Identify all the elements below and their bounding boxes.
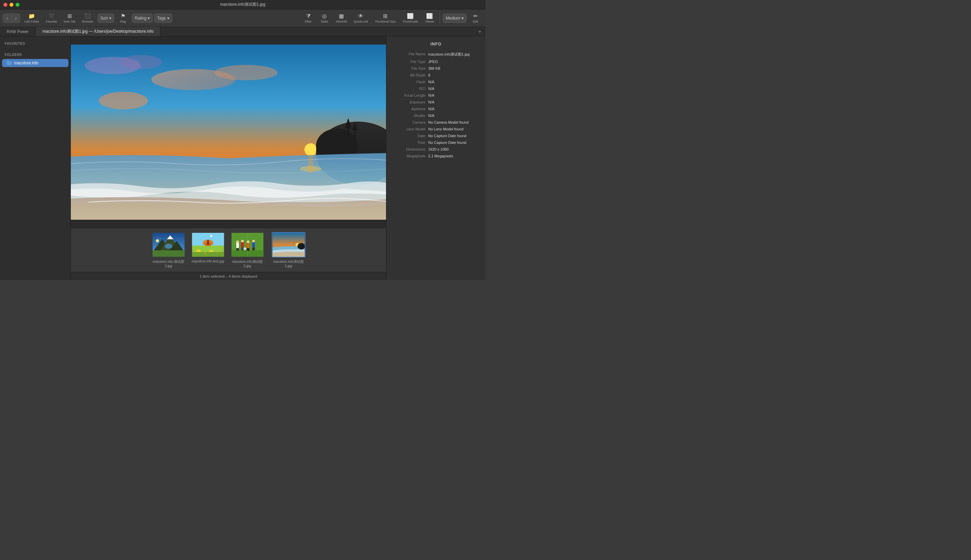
info-rows: File Name macstore.info测试图1.jpg File Typ… xyxy=(386,50,486,159)
flag-icon: ⚑ xyxy=(121,13,125,19)
info-key-6: Focal Length xyxy=(392,93,426,97)
info-row-9: Shutter N/A xyxy=(386,112,486,119)
favorite-button[interactable]: ♡ Favorite xyxy=(43,12,60,25)
svg-rect-52 xyxy=(242,248,244,251)
tags-dropdown[interactable]: Tags ▾ xyxy=(154,13,172,23)
quicklook-button[interactable]: 👁 QuickLook xyxy=(351,12,371,25)
flag-button[interactable]: ⚑ Flag xyxy=(115,12,130,25)
sort-dropdown[interactable]: Sort ▾ xyxy=(97,13,114,23)
svg-rect-45 xyxy=(236,242,239,248)
new-tab-button[interactable]: ⊞ New Tab xyxy=(61,12,78,25)
butterfly-thumb-image xyxy=(192,233,224,257)
info-key-12: Date xyxy=(392,134,426,138)
add-folder-button[interactable]: 📁 Add Folder xyxy=(22,12,42,25)
svg-rect-21 xyxy=(152,250,184,257)
svg-rect-48 xyxy=(237,248,239,251)
info-row-14: Dimensions 1920 x 1080 xyxy=(386,146,486,153)
filter-button[interactable]: ⧩ Filter xyxy=(301,12,316,25)
viewer-button[interactable]: ⬜ Viewer xyxy=(422,12,437,25)
thumbnail-img-1 xyxy=(191,232,225,257)
info-key-5: ISO xyxy=(392,87,426,91)
info-key-15: Megapixels xyxy=(392,154,426,158)
viewer-label: Viewer xyxy=(425,20,434,23)
toolbar: ‹ › 📁 Add Folder ♡ Favorite ⊞ New Tab ⬛ … xyxy=(0,10,486,27)
soccer-thumb-image xyxy=(231,233,264,257)
thumbnail-item-0[interactable]: macstore.info-测试图2.jpg xyxy=(150,232,187,268)
thumbnails-icon: ⬜ xyxy=(407,13,414,19)
thumbnail-item-3[interactable]: macstore.info测试图1.jpg xyxy=(270,232,307,268)
tasks-button[interactable]: ◎ Tasks xyxy=(317,12,332,25)
favorites-gap xyxy=(0,48,70,53)
info-key-2: File Size xyxy=(392,67,426,70)
svg-rect-56 xyxy=(248,248,249,251)
close-button[interactable] xyxy=(3,3,7,7)
thumbnail-item-1[interactable]: macstore.info-test.jpg xyxy=(191,232,225,263)
toolbar-right: ⧩ Filter ◎ Tasks ▦ Info/Edit 👁 QuickLook… xyxy=(301,12,483,25)
maximize-button[interactable] xyxy=(15,3,20,7)
info-val-7: N/A xyxy=(428,100,480,104)
svg-point-50 xyxy=(241,240,244,243)
edit-button[interactable]: ✏ Edit xyxy=(468,12,483,25)
thumbnail-img-3 xyxy=(272,232,306,257)
info-edit-button[interactable]: ▦ Info/Edit xyxy=(333,12,349,25)
viewer-icon: ⬜ xyxy=(426,13,433,19)
svg-rect-59 xyxy=(252,248,254,251)
thumbnail-label-0: macstore.info-测试图2.jpg xyxy=(150,260,187,268)
tab-add-button[interactable]: + xyxy=(475,27,486,36)
sidebar-item-macstore[interactable]: macstore.info xyxy=(2,59,69,67)
status-bar: 1 item selected – 4 items displayed xyxy=(71,272,386,280)
title-bar: macstore.info测试图1.jpg xyxy=(0,0,486,10)
info-key-4: Flash xyxy=(392,80,426,84)
svg-point-7 xyxy=(99,92,148,110)
browser-button[interactable]: ⬛ Browser xyxy=(80,12,96,25)
tags-arrow-icon: ▾ xyxy=(167,16,169,20)
info-val-14: 1920 x 1080 xyxy=(428,147,480,151)
svg-point-4 xyxy=(120,55,162,69)
forward-button[interactable]: › xyxy=(12,14,20,23)
beach-thumb-image xyxy=(272,233,305,257)
svg-point-58 xyxy=(252,240,255,243)
tasks-icon: ◎ xyxy=(322,13,327,19)
tab-path[interactable]: macstore.info测试图1.jpg — /Users/joe/Deskt… xyxy=(36,27,160,36)
info-key-11: Lens Model xyxy=(392,127,426,131)
toolbar-separator xyxy=(440,13,440,23)
info-val-4: N/A xyxy=(428,80,480,84)
traffic-lights xyxy=(3,3,20,7)
info-edit-icon: ▦ xyxy=(339,13,344,19)
info-key-9: Shutter xyxy=(392,113,426,118)
svg-rect-49 xyxy=(241,242,244,248)
info-val-6: N/A xyxy=(428,93,480,97)
preview-image xyxy=(71,37,386,228)
tags-label: Tags xyxy=(157,16,165,20)
svg-point-54 xyxy=(247,241,249,243)
browser-icon: ⬛ xyxy=(84,13,91,19)
thumbnails-button[interactable]: ⬜ Thumbnails xyxy=(400,12,421,25)
svg-rect-15 xyxy=(308,155,313,173)
info-edit-label: Info/Edit xyxy=(336,20,347,23)
rating-dropdown[interactable]: Rating ▾ xyxy=(132,13,153,23)
info-key-13: Time xyxy=(392,140,426,145)
thumbnail-size-button[interactable]: ⊞ Thumbnail Size xyxy=(372,12,398,25)
back-forward-group: ‹ › xyxy=(3,13,20,23)
svg-point-46 xyxy=(236,241,239,243)
browser-label: Browser xyxy=(82,20,94,23)
new-tab-label: New Tab xyxy=(64,20,75,23)
thumbnail-strip: macstore.info-测试图2.jpg xyxy=(71,228,386,272)
sort-label: Sort xyxy=(100,16,108,20)
info-val-15: 2.1 Megapixels xyxy=(428,154,480,158)
tab-bar: RAW Power macstore.info测试图1.jpg — /Users… xyxy=(0,27,486,37)
medium-dropdown[interactable]: Medium ▾ xyxy=(443,13,466,23)
svg-point-38 xyxy=(205,253,206,254)
image-preview xyxy=(71,37,386,228)
minimize-button[interactable] xyxy=(10,3,13,7)
info-val-1: JPEG xyxy=(428,60,480,64)
thumbnail-item-2[interactable]: macstore.info测试图5.jpg xyxy=(229,232,266,268)
info-key-3: Bit Depth xyxy=(392,73,426,77)
tab-raw-power[interactable]: RAW Power xyxy=(0,27,36,36)
tasks-label: Tasks xyxy=(321,20,328,23)
svg-point-23 xyxy=(156,239,159,242)
content-area: macstore.info-测试图2.jpg xyxy=(71,37,386,280)
info-key-8: Aperture xyxy=(392,107,426,111)
back-button[interactable]: ‹ xyxy=(3,14,12,23)
edit-label: Edit xyxy=(473,20,478,23)
